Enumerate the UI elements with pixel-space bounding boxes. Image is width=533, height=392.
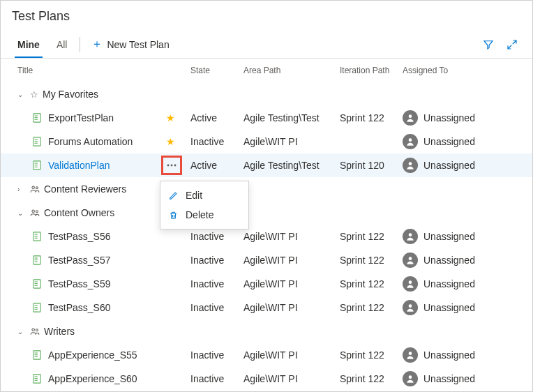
area-cell: Agile\WIT PI xyxy=(243,255,340,266)
table-row[interactable]: ValidationPlanActiveAgile Testing\TestSp… xyxy=(1,153,532,177)
group-label: My Favorites xyxy=(43,89,98,100)
people-icon xyxy=(30,184,40,194)
more-button[interactable] xyxy=(163,157,181,174)
svg-point-17 xyxy=(409,162,412,165)
test-plan-icon xyxy=(31,136,43,147)
avatar-icon xyxy=(403,229,418,244)
assigned-cell: Unassigned xyxy=(403,229,532,244)
svg-point-42 xyxy=(32,329,35,331)
col-assigned[interactable]: Assigned To xyxy=(403,66,532,75)
iteration-cell: Sprint 122 xyxy=(340,278,403,289)
column-headers: Title State Area Path Iteration Path Ass… xyxy=(1,59,532,82)
row-title: TestPass_S60 xyxy=(48,302,111,313)
table-row[interactable]: TestPass_S60InactiveAgile\WIT PISprint 1… xyxy=(1,296,532,319)
favorite-star-icon[interactable]: ★ xyxy=(166,112,175,123)
table-row[interactable]: TestPass_S59InactiveAgile\WIT PISprint 1… xyxy=(1,272,532,296)
context-edit[interactable]: Edit xyxy=(160,186,248,205)
svg-rect-7 xyxy=(35,141,38,142)
assigned-label: Unassigned xyxy=(423,255,475,266)
svg-rect-52 xyxy=(35,380,38,381)
new-test-plan-button[interactable]: ＋ New Test Plan xyxy=(84,37,176,52)
col-area[interactable]: Area Path xyxy=(243,66,340,75)
test-plan-icon xyxy=(31,231,43,242)
tab-mine[interactable]: Mine xyxy=(9,31,48,58)
col-iteration[interactable]: Iteration Path xyxy=(340,66,403,75)
svg-rect-46 xyxy=(35,354,38,355)
table-row[interactable]: TestPass_S56InactiveAgile\WIT PISprint 1… xyxy=(1,225,532,248)
iteration-cell: Sprint 122 xyxy=(340,349,403,361)
svg-point-41 xyxy=(409,304,412,308)
context-delete[interactable]: Delete xyxy=(160,205,248,225)
assigned-label: Unassigned xyxy=(423,349,475,361)
group-label: Content Owners xyxy=(44,207,114,218)
table-row[interactable]: AppExperience_S60InactiveAgile\WIT PISpr… xyxy=(1,367,532,391)
svg-point-19 xyxy=(36,187,38,189)
new-test-plan-label: New Test Plan xyxy=(107,39,169,50)
plus-icon: ＋ xyxy=(91,37,103,52)
state-cell: Inactive xyxy=(190,231,243,242)
avatar-icon xyxy=(403,252,418,268)
svg-rect-38 xyxy=(35,306,38,306)
svg-point-21 xyxy=(36,211,38,213)
iteration-cell: Sprint 122 xyxy=(340,231,403,242)
row-title: TestPass_S59 xyxy=(48,278,111,289)
group-row[interactable]: ›Content Reviewers xyxy=(1,177,532,201)
tab-all[interactable]: All xyxy=(48,31,76,58)
col-state[interactable]: State xyxy=(190,66,243,75)
assigned-cell: Unassigned xyxy=(403,134,532,149)
test-plan-icon xyxy=(31,160,43,171)
filter-icon[interactable] xyxy=(482,38,495,51)
group-row[interactable]: ⌄Content Owners xyxy=(1,201,532,225)
area-cell: Agile Testing\Test xyxy=(243,160,340,171)
context-menu: Edit Delete xyxy=(160,181,249,229)
svg-rect-29 xyxy=(35,259,38,260)
group-row[interactable]: ⌄Writers xyxy=(1,319,532,343)
assigned-label: Unassigned xyxy=(423,231,475,242)
state-cell: Active xyxy=(190,112,243,123)
state-cell: Inactive xyxy=(190,302,243,313)
col-title[interactable]: Title xyxy=(17,66,190,75)
svg-rect-34 xyxy=(35,283,38,284)
svg-point-20 xyxy=(32,210,35,213)
favorite-star-icon[interactable]: ★ xyxy=(166,136,175,147)
group-label: Writers xyxy=(44,326,75,337)
chevron-icon: ⌄ xyxy=(17,209,27,217)
table-row[interactable]: Forums Automation★InactiveAgile\WIT PIUn… xyxy=(1,130,532,153)
svg-rect-6 xyxy=(35,140,38,140)
svg-rect-11 xyxy=(35,163,38,164)
assigned-cell: Unassigned xyxy=(403,300,532,315)
area-cell: Agile\WIT PI xyxy=(243,231,340,242)
svg-rect-33 xyxy=(35,282,38,282)
svg-rect-13 xyxy=(35,167,38,167)
test-plan-icon xyxy=(31,278,43,289)
area-cell: Agile\WIT PI xyxy=(243,349,340,361)
row-title: Forums Automation xyxy=(48,136,133,147)
avatar-icon xyxy=(403,300,418,315)
svg-rect-28 xyxy=(35,258,38,259)
svg-point-9 xyxy=(409,138,412,142)
state-cell: Inactive xyxy=(190,255,243,266)
star-icon: ☆ xyxy=(30,89,38,100)
svg-rect-40 xyxy=(35,309,38,310)
test-plan-icon xyxy=(31,349,43,361)
table-row[interactable]: AppExperience_S55InactiveAgile\WIT PISpr… xyxy=(1,343,532,367)
iteration-cell: Sprint 122 xyxy=(340,373,403,384)
svg-rect-35 xyxy=(35,285,38,286)
table-row[interactable]: ExportTestPlan★ActiveAgile Testing\TestS… xyxy=(1,106,532,130)
expand-icon[interactable] xyxy=(506,38,518,51)
table-row[interactable]: TestPass_S57InactiveAgile\WIT PISprint 1… xyxy=(1,248,532,272)
state-cell: Inactive xyxy=(190,278,243,289)
iteration-cell: Sprint 122 xyxy=(340,255,403,266)
assigned-label: Unassigned xyxy=(423,160,475,171)
svg-rect-50 xyxy=(35,377,38,377)
group-row[interactable]: ⌄☆My Favorites xyxy=(1,82,532,106)
rows-container: ⌄☆My FavoritesExportTestPlan★ActiveAgile… xyxy=(1,82,532,391)
assigned-cell: Unassigned xyxy=(403,158,532,173)
svg-rect-2 xyxy=(35,117,38,118)
row-title: AppExperience_S55 xyxy=(48,349,137,361)
test-plan-icon xyxy=(31,373,43,384)
row-title: TestPass_S56 xyxy=(48,231,111,242)
context-delete-label: Delete xyxy=(186,209,213,220)
context-edit-label: Edit xyxy=(186,190,202,201)
assigned-label: Unassigned xyxy=(423,302,475,313)
